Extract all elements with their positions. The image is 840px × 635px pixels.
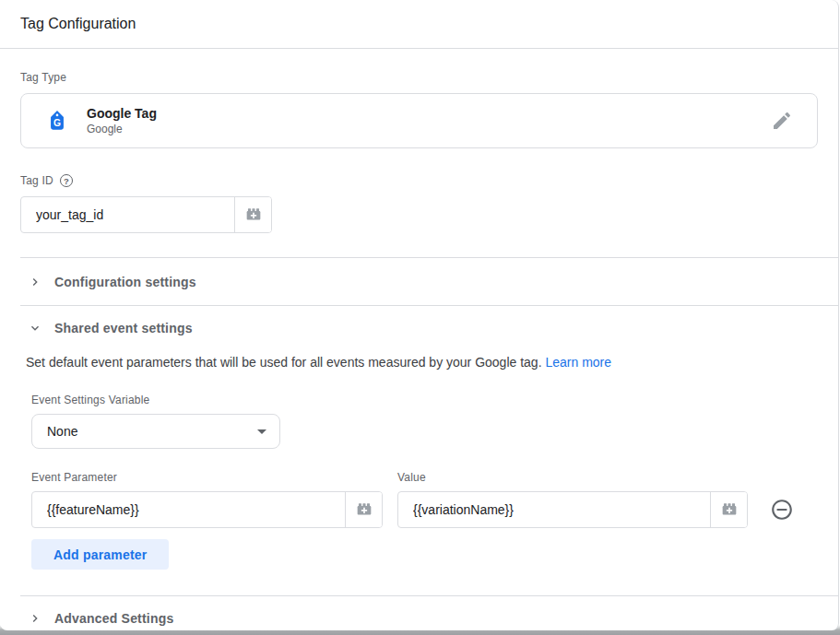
section-configuration-settings[interactable]: Configuration settings [0, 258, 838, 305]
google-tag-icon: G [45, 109, 69, 133]
tag-type-label: Tag Type [20, 71, 818, 84]
event-parameter-variable-picker-button[interactable] [345, 492, 382, 527]
brick-plus-icon [719, 499, 739, 522]
tag-id-input-group [20, 196, 272, 233]
tag-id-input[interactable] [21, 197, 234, 232]
description-text: Set default event parameters that will b… [26, 355, 545, 370]
tag-type-vendor: Google [87, 123, 771, 136]
shared-event-settings-body: Set default event parameters that will b… [0, 355, 838, 595]
tag-id-label-row: Tag ID ? [20, 174, 818, 187]
event-parameter-input-group [31, 491, 383, 528]
event-settings-variable-select[interactable]: None [31, 414, 280, 449]
tag-configuration-panel: Tag Configuration Tag Type G Google Tag … [0, 0, 839, 630]
value-input[interactable] [398, 492, 710, 527]
section-label: Advanced Settings [54, 611, 173, 626]
event-parameter-column: Event Parameter [31, 471, 383, 528]
svg-text:G: G [53, 118, 61, 128]
parameter-row: Event Parameter [31, 471, 818, 528]
pencil-icon [771, 121, 793, 135]
brick-plus-icon [243, 204, 264, 227]
tag-id-variable-picker-button[interactable] [234, 197, 271, 232]
edit-tag-type-button[interactable] [771, 110, 793, 132]
remove-parameter-button[interactable] [770, 498, 794, 522]
chevron-right-icon [28, 275, 42, 289]
chevron-down-icon [28, 321, 42, 335]
value-variable-picker-button[interactable] [710, 492, 747, 527]
value-column: Value [397, 471, 748, 528]
select-value: None [47, 424, 257, 439]
section-advanced-settings[interactable]: Advanced Settings [0, 596, 838, 630]
brick-plus-icon [354, 499, 374, 522]
value-input-group [397, 491, 748, 528]
shared-settings-description: Set default event parameters that will b… [26, 355, 818, 370]
tag-id-label: Tag ID [20, 174, 53, 187]
event-settings-variable-label: Event Settings Variable [31, 394, 818, 406]
tag-type-info: Google Tag Google [87, 106, 771, 136]
tag-type-name: Google Tag [87, 106, 771, 122]
remove-circle-icon [770, 511, 794, 524]
dropdown-arrow-icon [257, 429, 266, 434]
page-title: Tag Configuration [20, 16, 136, 32]
event-parameter-input[interactable] [32, 492, 345, 527]
panel-header: Tag Configuration [0, 0, 838, 49]
learn-more-link[interactable]: Learn more [545, 355, 611, 370]
event-parameter-label: Event Parameter [31, 471, 383, 484]
add-parameter-button[interactable]: Add parameter [31, 539, 169, 570]
help-icon[interactable]: ? [60, 174, 73, 187]
chevron-right-icon [28, 611, 42, 626]
section-label: Shared event settings [54, 321, 193, 335]
panel-content: Tag Type G Google Tag Google [0, 71, 838, 233]
section-label: Configuration settings [54, 275, 196, 289]
value-label: Value [397, 471, 748, 484]
section-shared-event-settings[interactable]: Shared event settings [0, 306, 838, 349]
tag-type-card[interactable]: G Google Tag Google [20, 93, 818, 148]
